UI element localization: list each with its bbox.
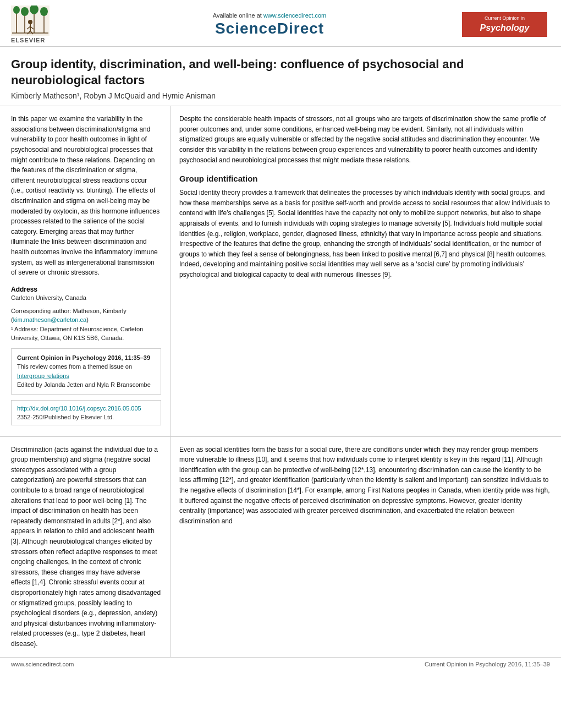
edited-by-text: Edited by Jolanda Jetten and Nyla R Bran… (17, 380, 155, 390)
doi-publisher: 2352-250/Published by Elsevier Ltd. (17, 414, 155, 420)
svg-point-8 (40, 7, 48, 16)
doi-box: http://dx.doi.org/10.1016/j.copsyc.2016.… (11, 400, 161, 425)
elsevier-logo-icon (11, 6, 50, 36)
lower-left-text: Discrimination (acts against the individ… (11, 445, 161, 649)
footer-right: Current Opinion in Psychology 2016, 11:3… (425, 661, 550, 667)
corresponding-line2: ¹ Address: Department of Neuroscience, C… (11, 325, 161, 343)
journal-badge-bottom: Psychology (466, 22, 543, 34)
left-abstract-text: In this paper we examine the variability… (11, 114, 161, 278)
lower-left-column: Discrimination (acts against the individ… (0, 437, 170, 657)
corresponding-line1: Corresponding author: Matheson, Kimberly… (11, 306, 161, 325)
sciencedirect-logo: ScienceDirect (77, 20, 462, 37)
svg-point-4 (21, 7, 29, 16)
group-identification-text: Social identity theory provides a framew… (179, 188, 550, 280)
svg-point-9 (28, 20, 32, 24)
lower-right-text: Even as social identities form the basis… (179, 445, 550, 527)
journal-ref: Current Opinion in Psychology 2016, 11:3… (17, 353, 155, 363)
right-column: Despite the considerable health impacts … (170, 106, 561, 436)
page-footer: www.sciencedirect.com Current Opinion in… (0, 657, 561, 671)
group-identification-heading: Group identification (179, 174, 550, 183)
article-authors: Kimberly Matheson¹, Robyn J McQuaid and … (11, 91, 550, 100)
sciencedirect-url[interactable]: www.sciencedirect.com (263, 12, 326, 19)
doi-link[interactable]: http://dx.doi.org/10.1016/j.copsyc.2016.… (17, 405, 141, 412)
journal-badge: Current Opinion in Psychology (462, 12, 547, 37)
journal-badge-top: Current Opinion in (466, 15, 543, 22)
corresponding-email[interactable]: kim.matheson@carleton.ca (13, 316, 86, 323)
address-text: Carleton University, Canada (11, 294, 161, 301)
main-content-row: In this paper we examine the variability… (0, 106, 561, 436)
journal-badge-container: Current Opinion in Psychology (462, 12, 550, 37)
themed-issue-text: This review comes from a themed issue on… (17, 362, 155, 380)
elsevier-label: ELSEVIER (11, 37, 45, 43)
article-header: Group identity, discrimination, and well… (0, 47, 561, 106)
svg-point-2 (13, 6, 20, 14)
corresponding-section: Corresponding author: Matheson, Kimberly… (11, 306, 161, 343)
header-center: Available online at www.sciencedirect.co… (77, 12, 462, 37)
article-title: Group identity, discrimination, and well… (11, 57, 550, 88)
lower-content-row: Discrimination (acts against the individ… (0, 436, 561, 657)
themed-topic: Intergroup relations (17, 373, 69, 379)
right-abstract-text: Despite the considerable health impacts … (179, 114, 550, 165)
lower-right-column: Even as social identities form the basis… (170, 437, 561, 657)
address-section: Address Carleton University, Canada (11, 286, 161, 301)
left-column: In this paper we examine the variability… (0, 106, 170, 436)
footer-left: www.sciencedirect.com (11, 661, 74, 667)
page-header: ELSEVIER Available online at www.science… (0, 0, 561, 47)
elsevier-logo-section: ELSEVIER (11, 6, 77, 43)
address-label: Address (11, 286, 161, 293)
available-online-text: Available online at www.sciencedirect.co… (77, 12, 462, 19)
info-box: Current Opinion in Psychology 2016, 11:3… (11, 348, 161, 395)
